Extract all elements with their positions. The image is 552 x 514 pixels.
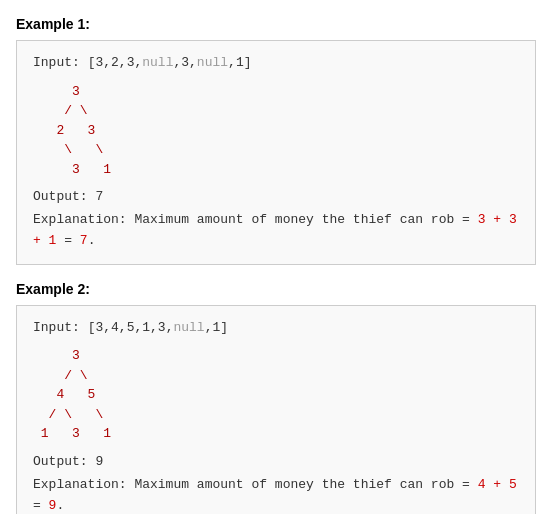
example-1-title: Example 1:	[16, 16, 536, 32]
example-1: Example 1: Input: [3,2,3,null,3,null,1] …	[16, 16, 536, 265]
example-2: Example 2: Input: [3,4,5,1,3,null,1] 3 /…	[16, 281, 536, 514]
tree-line-3: 2 3	[33, 121, 519, 141]
example-1-output-label: Output:	[33, 189, 88, 204]
example-1-code-block: Input: [3,2,3,null,3,null,1] 3 / \ 2 3 \…	[16, 40, 536, 265]
example-2-input: Input: [3,4,5,1,3,null,1]	[33, 318, 519, 339]
example-1-tree: 3 / \ 2 3 \ \ 3 1	[33, 82, 519, 180]
example-1-output: Output: 7	[33, 187, 519, 208]
tree2-line-4: / \ \	[33, 405, 519, 425]
tree2-line-1: 3	[33, 346, 519, 366]
example-2-code-block: Input: [3,4,5,1,3,null,1] 3 / \ 4 5 / \ …	[16, 305, 536, 514]
tree2-line-5: 1 3 1	[33, 424, 519, 444]
example-1-result: 7	[80, 233, 88, 248]
example-2-output-value: 9	[95, 454, 103, 469]
example-2-output: Output: 9	[33, 452, 519, 473]
example-2-explanation: Explanation: Maximum amount of money the…	[33, 475, 519, 514]
tree2-line-3: 4 5	[33, 385, 519, 405]
tree-line-1: 3	[33, 82, 519, 102]
explanation2-prefix: Explanation: Maximum amount of money the…	[33, 477, 478, 492]
example-1-input-value: [3,2,3,null,3,null,1]	[88, 55, 252, 70]
example-1-explanation: Explanation: Maximum amount of money the…	[33, 210, 519, 252]
tree-line-5: 3 1	[33, 160, 519, 180]
tree-line-4: \ \	[33, 140, 519, 160]
explanation-prefix: Explanation: Maximum amount of money the…	[33, 212, 478, 227]
example-2-title: Example 2:	[16, 281, 536, 297]
example-2-input-label: Input:	[33, 320, 80, 335]
page-container: Example 1: Input: [3,2,3,null,3,null,1] …	[16, 16, 536, 514]
example-1-output-value: 7	[95, 189, 103, 204]
example-2-input-value: [3,4,5,1,3,null,1]	[88, 320, 228, 335]
example-1-input-label: Input:	[33, 55, 80, 70]
example-2-tree: 3 / \ 4 5 / \ \ 1 3 1	[33, 346, 519, 444]
example-1-input: Input: [3,2,3,null,3,null,1]	[33, 53, 519, 74]
example-2-formula: 4 + 5	[478, 477, 517, 492]
tree-line-2: / \	[33, 101, 519, 121]
tree2-line-2: / \	[33, 366, 519, 386]
example-2-output-label: Output:	[33, 454, 88, 469]
